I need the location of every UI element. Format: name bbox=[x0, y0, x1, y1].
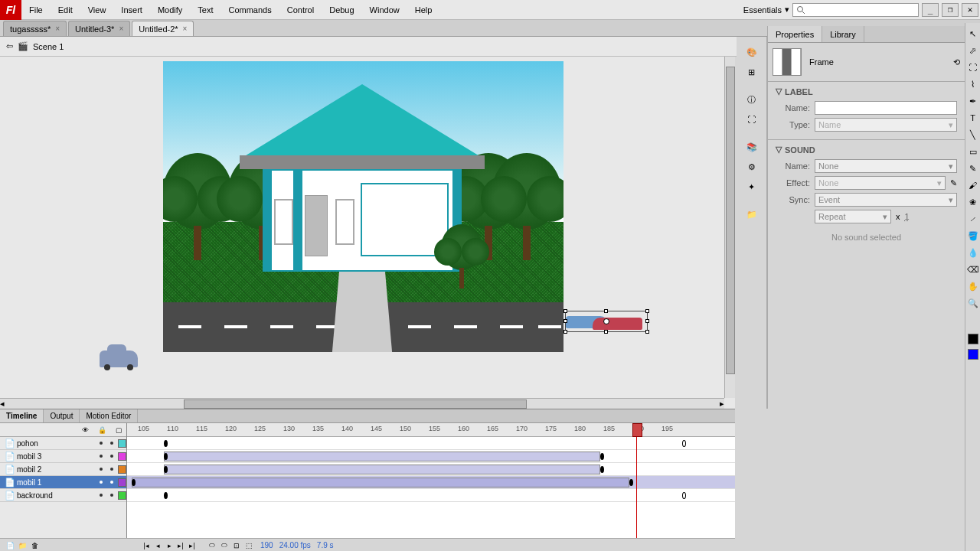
stage[interactable] bbox=[163, 61, 564, 352]
resize-handle[interactable] bbox=[645, 330, 649, 334]
sound-repeat-select[interactable]: Repeat▾ bbox=[815, 210, 891, 223]
label-type-select[interactable]: Name▾ bbox=[815, 118, 957, 132]
search-input[interactable] bbox=[792, 3, 919, 17]
resize-handle[interactable] bbox=[564, 309, 567, 313]
layer-row[interactable]: 📄pohon bbox=[0, 437, 126, 450]
section-sound[interactable]: ▽SOUND bbox=[776, 145, 957, 155]
close-icon[interactable]: × bbox=[55, 24, 60, 33]
section-label[interactable]: ▽LABEL bbox=[776, 86, 957, 96]
eraser-tool[interactable]: ⌫ bbox=[967, 263, 979, 276]
motion-icon[interactable]: ⚙ bbox=[741, 158, 763, 176]
zoom-tool[interactable]: 🔍 bbox=[967, 297, 979, 309]
car-symbol[interactable] bbox=[100, 350, 138, 367]
frame-ruler[interactable]: 1051101151201251301351401451501551601651… bbox=[127, 423, 735, 437]
fill-color[interactable] bbox=[968, 349, 978, 360]
library-icon[interactable]: 📚 bbox=[741, 138, 763, 156]
workspace-dropdown[interactable]: Essentials ▾ bbox=[743, 5, 789, 15]
menu-text[interactable]: Text bbox=[190, 0, 220, 20]
eyedropper-tool[interactable]: 💧 bbox=[967, 246, 979, 259]
info-icon[interactable]: ⓘ bbox=[741, 90, 763, 109]
doc-tab-0[interactable]: tugasssss*× bbox=[3, 21, 67, 36]
edit-effect-icon[interactable]: ✎ bbox=[950, 178, 957, 188]
tab-properties[interactable]: Properties bbox=[768, 26, 822, 42]
close-button[interactable]: ✕ bbox=[962, 3, 978, 17]
menu-control[interactable]: Control bbox=[279, 0, 322, 20]
resize-handle[interactable] bbox=[645, 319, 649, 323]
text-tool[interactable]: T bbox=[967, 112, 979, 124]
onion-markers-button[interactable]: ⬚ bbox=[243, 540, 254, 551]
menu-debug[interactable]: Debug bbox=[322, 0, 361, 20]
resize-handle[interactable] bbox=[604, 309, 608, 313]
doc-tab-2[interactable]: Untitled-2*× bbox=[132, 21, 194, 36]
line-tool[interactable]: ╲ bbox=[967, 129, 979, 141]
onion-outline-button[interactable]: ⬭ bbox=[219, 540, 230, 551]
project-icon[interactable]: 📁 bbox=[741, 205, 763, 223]
menu-view[interactable]: View bbox=[80, 0, 114, 20]
delete-layer-button[interactable]: 🗑 bbox=[29, 540, 40, 551]
sound-sync-select[interactable]: Event▾ bbox=[815, 193, 957, 207]
doc-tab-1[interactable]: Untitled-3*× bbox=[68, 21, 130, 36]
lasso-tool[interactable]: ⌇ bbox=[967, 78, 979, 90]
current-frame[interactable]: 190 bbox=[260, 541, 273, 549]
vertical-scrollbar[interactable] bbox=[724, 57, 735, 398]
deco-tool[interactable]: ❀ bbox=[967, 196, 979, 208]
tab-library[interactable]: Library bbox=[822, 26, 864, 42]
close-icon[interactable]: × bbox=[183, 24, 188, 33]
center-point[interactable] bbox=[603, 318, 609, 324]
onion-skin-button[interactable]: ⬭ bbox=[207, 540, 217, 551]
menu-file[interactable]: File bbox=[21, 0, 51, 20]
bone-tool[interactable]: ⟋ bbox=[967, 213, 979, 225]
next-frame-button[interactable]: ▸| bbox=[175, 540, 186, 551]
align-icon[interactable]: ⊞ bbox=[741, 63, 763, 81]
layer-row[interactable]: 📄mobil 3 bbox=[0, 450, 126, 463]
fps-value[interactable]: 24.00 fps bbox=[279, 541, 311, 549]
edit-multiple-button[interactable]: ⊡ bbox=[231, 540, 242, 551]
menu-insert[interactable]: Insert bbox=[113, 0, 150, 20]
sound-effect-select[interactable]: None▾ bbox=[815, 176, 946, 190]
hand-tool[interactable]: ✋ bbox=[967, 280, 979, 292]
layer-row[interactable]: 📄backround bbox=[0, 489, 126, 502]
label-name-input[interactable] bbox=[815, 101, 957, 115]
pencil-tool[interactable]: ✎ bbox=[967, 162, 979, 174]
prev-frame-button[interactable]: ◂ bbox=[152, 540, 163, 551]
tab-output[interactable]: Output bbox=[44, 409, 80, 422]
repeat-count[interactable]: 1 bbox=[905, 212, 910, 221]
resize-handle[interactable] bbox=[564, 330, 567, 334]
new-layer-button[interactable]: 📄 bbox=[5, 540, 15, 551]
transform-icon[interactable]: ⛶ bbox=[741, 110, 763, 129]
layer-row[interactable]: 📄mobil 1✎ bbox=[0, 476, 126, 489]
swatches-icon[interactable]: 🎨 bbox=[741, 43, 763, 61]
pen-tool[interactable]: ✒ bbox=[967, 95, 979, 107]
selection-tool[interactable]: ↖ bbox=[967, 28, 979, 40]
loop-icon[interactable]: ⟲ bbox=[953, 57, 960, 67]
new-folder-button[interactable]: 📁 bbox=[17, 540, 28, 551]
maximize-button[interactable]: ❐ bbox=[942, 3, 959, 17]
free-transform-tool[interactable]: ⛶ bbox=[967, 61, 979, 73]
menu-window[interactable]: Window bbox=[362, 0, 407, 20]
sound-name-select[interactable]: None▾ bbox=[815, 159, 957, 173]
minimize-button[interactable]: _ bbox=[922, 3, 939, 17]
rectangle-tool[interactable]: ▭ bbox=[967, 145, 979, 158]
close-icon[interactable]: × bbox=[119, 24, 123, 33]
brush-tool[interactable]: 🖌 bbox=[967, 179, 979, 191]
last-frame-button[interactable]: ▸| bbox=[187, 540, 198, 551]
tab-timeline[interactable]: Timeline bbox=[0, 409, 44, 422]
stroke-color[interactable] bbox=[968, 334, 978, 344]
tab-motion-editor[interactable]: Motion Editor bbox=[80, 409, 138, 422]
back-icon[interactable]: ⇦ bbox=[6, 41, 13, 51]
frames-area[interactable]: 1051101151201251301351401451501551601651… bbox=[127, 423, 735, 538]
first-frame-button[interactable]: |◂ bbox=[141, 540, 152, 551]
menu-modify[interactable]: Modify bbox=[150, 0, 190, 20]
resize-handle[interactable] bbox=[645, 309, 649, 313]
play-button[interactable]: ▸ bbox=[164, 540, 175, 551]
presets-icon[interactable]: ✦ bbox=[741, 178, 763, 196]
resize-handle[interactable] bbox=[604, 330, 608, 334]
resize-handle[interactable] bbox=[564, 319, 567, 323]
menu-commands[interactable]: Commands bbox=[220, 0, 279, 20]
subselection-tool[interactable]: ⬀ bbox=[967, 44, 979, 57]
menu-edit[interactable]: Edit bbox=[51, 0, 80, 20]
paint-bucket-tool[interactable]: 🪣 bbox=[967, 230, 979, 242]
menu-help[interactable]: Help bbox=[407, 0, 440, 20]
selected-object[interactable] bbox=[565, 311, 648, 332]
playhead[interactable] bbox=[636, 423, 637, 538]
